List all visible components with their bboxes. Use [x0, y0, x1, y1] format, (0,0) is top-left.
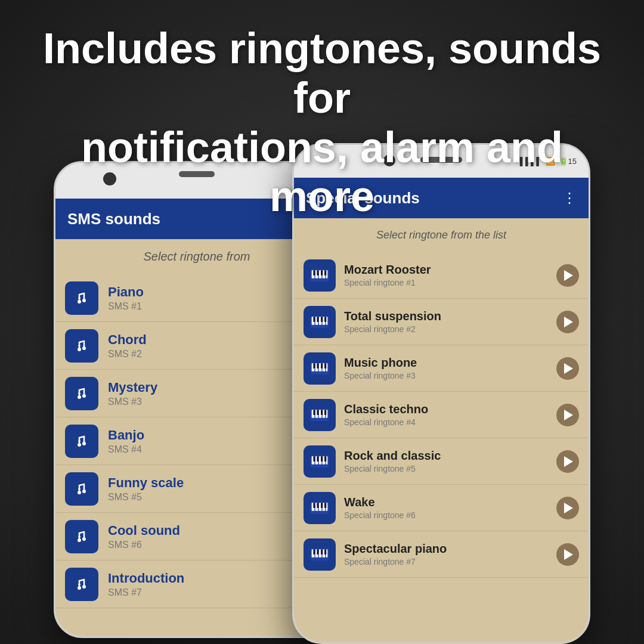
svg-point-9: [72, 432, 91, 451]
special-item-info: Spectacular piano Special ringtone #7: [344, 542, 556, 566]
svg-rect-58: [317, 410, 318, 415]
svg-rect-69: [321, 456, 323, 462]
special-item-sub: Special ringtone #7: [344, 557, 556, 566]
svg-rect-77: [313, 503, 315, 508]
svg-point-13: [78, 491, 81, 494]
play-button-3[interactable]: [556, 357, 579, 380]
svg-rect-78: [317, 503, 318, 508]
svg-rect-87: [313, 549, 315, 555]
special-list-item[interactable]: Total suspension Special ringtone #2: [294, 299, 589, 345]
svg-rect-48: [317, 363, 318, 369]
sms-item-icon: [65, 377, 98, 410]
play-button-7[interactable]: [556, 543, 579, 566]
svg-point-12: [72, 479, 91, 499]
svg-rect-29: [321, 270, 323, 275]
play-button-6[interactable]: [556, 497, 579, 519]
svg-point-6: [72, 384, 91, 403]
special-item-name: Total suspension: [344, 309, 556, 323]
right-phone-screen: Special sounds ⋮ Select ringtone from th…: [294, 178, 589, 642]
special-list: Mozart Rooster Special ringtone #1 Total…: [294, 252, 589, 578]
special-item-sub: Special ringtone #2: [344, 324, 556, 334]
special-item-name: Spectacular piano: [344, 542, 556, 556]
special-item-icon: [304, 538, 336, 571]
special-item-name: Mozart Rooster: [344, 263, 556, 277]
svg-point-5: [82, 346, 86, 350]
svg-rect-27: [313, 270, 315, 275]
special-items-container: Mozart Rooster Special ringtone #1 Total…: [294, 252, 589, 578]
play-button-1[interactable]: [556, 264, 579, 287]
svg-rect-57: [313, 410, 315, 415]
special-list-item[interactable]: Music phone Special ringtone #3: [294, 345, 589, 392]
sms-item-icon: [65, 568, 98, 601]
sms-item-icon: [65, 472, 98, 506]
special-item-name: Classic techno: [344, 402, 556, 416]
svg-rect-60: [324, 410, 326, 415]
svg-rect-88: [317, 549, 318, 555]
svg-rect-37: [313, 317, 315, 322]
special-item-icon: [304, 306, 336, 338]
headline: Includes ringtones, sounds for notificat…: [36, 24, 608, 221]
svg-point-20: [82, 585, 86, 589]
svg-point-18: [72, 575, 91, 594]
svg-point-19: [78, 586, 81, 590]
svg-point-4: [78, 348, 81, 351]
special-item-sub: Special ringtone #5: [344, 464, 556, 473]
special-item-info: Rock and classic Special ringtone #5: [344, 449, 556, 473]
special-item-info: Classic techno Special ringtone #4: [344, 402, 556, 427]
svg-rect-59: [321, 410, 323, 415]
special-item-info: Wake Special ringtone #6: [344, 496, 556, 520]
svg-point-14: [82, 490, 86, 493]
special-list-item[interactable]: Classic techno Special ringtone #4: [294, 392, 589, 438]
special-item-icon: [304, 259, 336, 292]
svg-rect-28: [317, 270, 318, 275]
svg-rect-38: [317, 317, 318, 322]
special-item-name: Music phone: [344, 356, 556, 370]
special-list-item[interactable]: Mozart Rooster Special ringtone #1: [294, 252, 589, 299]
svg-rect-70: [324, 456, 326, 462]
svg-point-7: [78, 395, 81, 399]
special-item-sub: Special ringtone #1: [344, 278, 556, 287]
svg-rect-68: [317, 456, 318, 462]
special-item-icon: [304, 492, 336, 524]
svg-point-2: [82, 299, 86, 302]
sms-item-icon: [65, 281, 98, 315]
svg-rect-49: [321, 363, 323, 369]
headline-line2: notifications, alarm and more: [81, 123, 563, 221]
sms-item-icon: [65, 520, 98, 553]
special-item-info: Music phone Special ringtone #3: [344, 356, 556, 380]
special-item-icon: [304, 352, 336, 385]
svg-rect-80: [324, 503, 326, 508]
play-button-4[interactable]: [556, 404, 579, 426]
special-item-name: Wake: [344, 496, 556, 509]
svg-rect-50: [324, 363, 326, 369]
svg-point-0: [72, 289, 91, 308]
sms-item-icon: [65, 425, 98, 458]
svg-rect-30: [324, 270, 326, 275]
svg-rect-47: [313, 363, 315, 369]
svg-point-17: [82, 537, 86, 541]
special-item-name: Rock and classic: [344, 449, 556, 463]
svg-point-10: [78, 443, 81, 447]
headline-line1: Includes ringtones, sounds for: [43, 24, 601, 122]
special-item-info: Total suspension Special ringtone #2: [344, 309, 556, 334]
svg-point-15: [72, 527, 91, 546]
svg-point-3: [72, 336, 91, 355]
special-item-info: Mozart Rooster Special ringtone #1: [344, 263, 556, 287]
play-button-5[interactable]: [556, 450, 579, 473]
special-list-item[interactable]: Wake Special ringtone #6: [294, 485, 589, 531]
play-button-2[interactable]: [556, 311, 579, 333]
svg-point-1: [78, 300, 81, 304]
special-item-sub: Special ringtone #4: [344, 417, 556, 427]
svg-rect-90: [324, 549, 326, 555]
special-list-item[interactable]: Rock and classic Special ringtone #5: [294, 438, 589, 485]
special-item-sub: Special ringtone #3: [344, 371, 556, 380]
svg-rect-89: [321, 549, 323, 555]
svg-point-16: [78, 538, 81, 542]
svg-rect-40: [324, 317, 326, 322]
svg-rect-79: [321, 503, 323, 508]
header-section: Includes ringtones, sounds for notificat…: [0, 12, 644, 233]
svg-point-8: [82, 394, 86, 398]
special-list-item[interactable]: Spectacular piano Special ringtone #7: [294, 531, 589, 578]
svg-point-11: [82, 442, 86, 445]
sms-item-icon: [65, 329, 98, 363]
